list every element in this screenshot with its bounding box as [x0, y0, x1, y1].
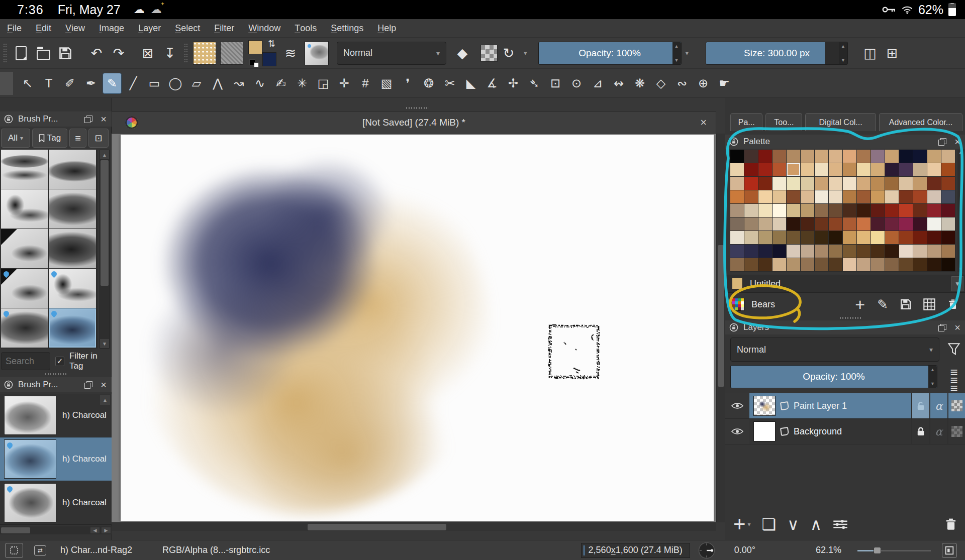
brush-preset-cell[interactable] [1, 269, 48, 308]
palette-swatch[interactable] [857, 150, 871, 163]
palette-swatch[interactable] [927, 177, 941, 190]
palette-swatch[interactable] [927, 190, 941, 203]
scrollbar-thumb[interactable] [101, 160, 109, 286]
tool-calligraphy[interactable]: ✒ [81, 73, 101, 94]
tool-freehand-select[interactable]: ↭ [609, 73, 628, 94]
palette-swatch[interactable] [730, 190, 744, 203]
palette-swatch[interactable] [801, 163, 814, 176]
palette-swatch[interactable] [815, 231, 828, 244]
palette-swatch[interactable] [801, 217, 814, 231]
scrollbar-thumb[interactable] [1, 527, 30, 533]
palette-swatch[interactable] [927, 217, 941, 231]
palette-swatch[interactable] [758, 190, 772, 203]
palette-swatch[interactable] [871, 217, 885, 231]
palette-swatch[interactable] [899, 258, 913, 271]
close-document-icon[interactable]: × [700, 116, 707, 129]
layer-row-background[interactable]: Background α [725, 419, 965, 444]
filter-all-dropdown[interactable]: All▾ [1, 129, 30, 148]
palette-swatch[interactable] [941, 177, 955, 190]
palette-swatch[interactable] [941, 150, 955, 163]
palette-swatch[interactable] [941, 231, 955, 244]
brush-preset-cell[interactable] [49, 269, 96, 308]
palette-swatch[interactable] [758, 217, 772, 231]
palette-swatch[interactable] [927, 245, 941, 258]
tool-measure[interactable]: ∡ [482, 73, 502, 94]
brush-list-item[interactable]: h) Charcoal [0, 437, 112, 481]
palette-swatch[interactable] [787, 150, 800, 163]
palette-swatch[interactable] [913, 150, 927, 163]
palette-swatch[interactable] [744, 190, 758, 203]
palette-swatch[interactable] [773, 163, 786, 176]
palette-swatch[interactable] [941, 163, 955, 176]
close-icon[interactable]: × [101, 114, 107, 124]
palette-scrollbar[interactable]: ▲▼ [957, 150, 963, 272]
palette-swatch[interactable] [773, 177, 786, 190]
layer-name[interactable]: Background [794, 426, 842, 437]
palette-swatch[interactable] [730, 258, 744, 271]
palette-swatch[interactable] [773, 190, 786, 203]
palette-swatch[interactable] [730, 163, 744, 176]
palette-swatch[interactable] [829, 177, 842, 190]
toolbar-grip[interactable] [3, 44, 7, 63]
tool-polyline[interactable]: ⋀ [208, 73, 227, 94]
layer-opacity-spinner[interactable]: ▲▼ [928, 366, 937, 388]
tool-color-sampler[interactable]: ❜ [398, 73, 417, 94]
palette-swatch[interactable] [913, 245, 927, 258]
redo-button[interactable]: ↷ [108, 42, 130, 65]
palette-swatch[interactable] [758, 150, 772, 163]
mirror-view-button[interactable]: ◫ [859, 42, 881, 65]
brush-preset-cell[interactable] [1, 189, 48, 229]
palette-swatch[interactable] [871, 190, 885, 203]
palette-swatch[interactable] [857, 217, 871, 231]
palette-swatch[interactable] [730, 177, 744, 190]
palette-swatch[interactable] [857, 258, 871, 271]
palette-swatch[interactable] [787, 177, 800, 190]
palette-swatch[interactable] [744, 217, 758, 231]
tool-colorize-mask[interactable]: ❂ [419, 73, 438, 94]
tool-rectangle[interactable]: ▭ [145, 73, 164, 94]
palette-swatch[interactable] [927, 204, 941, 217]
layer-alpha-lock-toggle[interactable]: α [929, 393, 947, 418]
filter-in-tag-checkbox[interactable]: ✓ [55, 357, 64, 366]
palette-swatch[interactable] [815, 217, 828, 231]
palette-swatch[interactable] [829, 150, 842, 163]
palette-swatch[interactable] [843, 150, 856, 163]
tool-transform[interactable]: ◲ [314, 73, 333, 94]
undo-button[interactable]: ↶ [85, 42, 108, 65]
image-dimensions-button[interactable]: 2,560 x 1,600 (27.4 MiB) [581, 543, 690, 558]
palette-swatch[interactable] [885, 245, 899, 258]
selection-display-mode-button[interactable] [5, 543, 23, 558]
brush-preset-cell[interactable] [1, 229, 48, 268]
palette-swatch[interactable] [927, 163, 941, 176]
layer-opacity-slider[interactable]: Opacity: 100% ▲▼ [730, 365, 937, 388]
palette-swatch[interactable] [773, 231, 786, 244]
palette-swatch[interactable] [744, 245, 758, 258]
canvas-only-mode-button[interactable] [942, 543, 957, 558]
palette-swatch[interactable] [801, 204, 814, 217]
layer-visibility-toggle[interactable] [725, 393, 749, 418]
palette-swatch[interactable] [815, 258, 828, 271]
docker-splitter-handle[interactable] [840, 317, 862, 319]
palette-swatch[interactable] [730, 204, 744, 217]
menu-filter[interactable]: Filter [207, 19, 241, 37]
tool-magnetic-select[interactable]: ∾ [672, 73, 692, 94]
float-docker-icon[interactable] [84, 381, 92, 389]
canvas-viewport[interactable] [112, 134, 716, 522]
palette-swatch[interactable] [941, 204, 955, 217]
menu-settings[interactable]: Settings [324, 19, 370, 37]
palette-swatch[interactable] [730, 245, 744, 258]
brush-preset-cell[interactable] [49, 150, 96, 189]
docker-tab-pa[interactable]: Pa... [730, 113, 762, 131]
palette-swatch[interactable] [829, 163, 842, 176]
workspace-chooser-button[interactable]: ⊞ [881, 42, 903, 65]
palette-swatch[interactable] [773, 245, 786, 258]
palette-swatch[interactable] [730, 217, 744, 231]
inherit-alpha-icon[interactable] [780, 427, 789, 436]
docker-lock-icon[interactable] [729, 323, 738, 332]
brush-preset-cell[interactable] [49, 229, 96, 268]
float-docker-icon[interactable] [938, 324, 946, 331]
eraser-mode-toggle[interactable]: ◆ [451, 42, 473, 65]
tool-freehand-path[interactable]: ∿ [250, 73, 269, 94]
palette-swatch[interactable] [815, 190, 828, 203]
brush-preset-cell[interactable] [1, 150, 48, 189]
